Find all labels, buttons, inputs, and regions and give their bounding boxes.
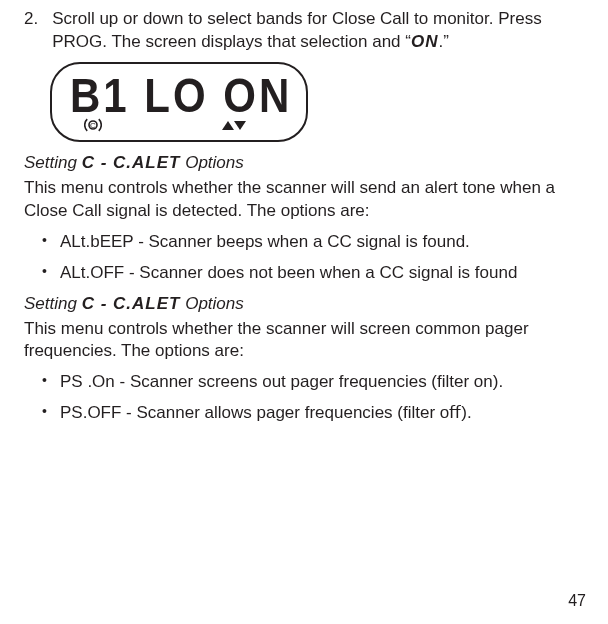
triangle-up-icon: [222, 121, 234, 130]
section-1-heading: Setting C - C.ALET Options: [24, 152, 584, 175]
triangle-down-icon: [234, 121, 246, 130]
step-body: Scroll up or down to select bands for Cl…: [52, 8, 584, 54]
step-lcd-word: ON: [411, 32, 439, 51]
up-down-arrows-icon: [222, 118, 246, 134]
step-number: 2.: [24, 8, 38, 54]
step-text-before: Scroll up or down to select bands for Cl…: [52, 9, 541, 51]
section-2-description: This menu controls whether the scanner w…: [24, 318, 584, 364]
section-1-heading-code: C - C.ALET: [82, 153, 181, 172]
section-2-options: PS .On - Scanner screens out pager frequ…: [24, 371, 584, 425]
lcd-text: B1 LO ON: [70, 72, 294, 120]
section-1-options: ALt.bEEP - Scanner beeps when a CC signa…: [24, 231, 584, 285]
section-2-heading-prefix: Setting: [24, 294, 82, 313]
list-item: ALt.bEEP - Scanner beeps when a CC signa…: [24, 231, 584, 254]
list-item: PS.OFF - Scanner allows pager frequencie…: [24, 402, 584, 425]
section-1-heading-suffix: Options: [180, 153, 243, 172]
section-2-heading-suffix: Options: [180, 294, 243, 313]
section-1-heading-prefix: Setting: [24, 153, 82, 172]
step-2: 2. Scroll up or down to select bands for…: [24, 8, 584, 54]
list-item: PS .On - Scanner screens out pager frequ…: [24, 371, 584, 394]
page-number: 47: [568, 590, 586, 612]
step-text-after: .”: [438, 32, 448, 51]
lcd-icons-row: C: [52, 116, 306, 134]
section-2-heading-code: C - C.ALET: [82, 294, 181, 313]
section-2-heading: Setting C - C.ALET Options: [24, 293, 584, 316]
lcd-display-wrap: B1 LO ON C: [50, 62, 584, 142]
svg-text:C: C: [90, 121, 96, 130]
section-1-description: This menu controls whether the scanner w…: [24, 177, 584, 223]
list-item: ALt.OFF - Scanner does not been when a C…: [24, 262, 584, 285]
lcd-display: B1 LO ON C: [50, 62, 308, 142]
close-call-icon: C: [84, 116, 102, 134]
